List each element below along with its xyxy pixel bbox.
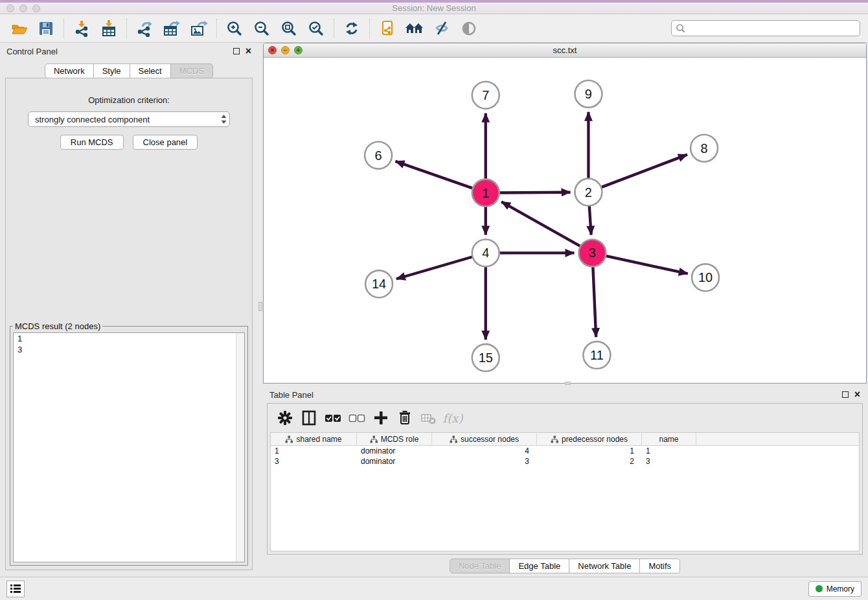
panel-splitter[interactable] — [258, 43, 263, 577]
show-details-button[interactable] — [455, 17, 483, 40]
zoom-out-button[interactable] — [248, 17, 275, 40]
table-row[interactable]: 1dominator411 — [271, 446, 859, 456]
criterion-dropdown[interactable]: strongly connected component — [28, 111, 230, 127]
export-image-button[interactable] — [185, 17, 212, 40]
minimize-window-button[interactable] — [19, 5, 27, 12]
network-maximize-button[interactable]: + — [294, 46, 303, 54]
edge-1-to-2[interactable] — [499, 192, 571, 193]
table-tab-node-table[interactable]: Node Table — [450, 559, 510, 573]
network-minimize-button[interactable]: − — [281, 46, 290, 54]
edge-1-to-6[interactable] — [395, 161, 473, 189]
home-button[interactable] — [401, 17, 428, 40]
cell-predecessor-nodes[interactable]: 2 — [537, 456, 642, 467]
save-session-button[interactable] — [32, 17, 60, 40]
cell-successor-nodes[interactable]: 4 — [432, 446, 537, 456]
apply-layout-button[interactable] — [338, 17, 365, 40]
select-all-columns-button[interactable] — [323, 408, 343, 428]
node-1[interactable]: 1 — [472, 179, 499, 207]
memory-button[interactable]: Memory — [808, 581, 862, 597]
column-header-MCDS-role[interactable]: MCDS role — [357, 433, 432, 445]
close-table-panel-icon[interactable]: × — [854, 391, 860, 398]
float-table-panel-icon[interactable] — [842, 391, 849, 398]
delete-table-button[interactable] — [419, 408, 439, 428]
open-folder-icon — [10, 20, 28, 37]
node-11[interactable]: 11 — [583, 341, 610, 369]
cell-MCDS-role[interactable]: dominator — [357, 456, 432, 467]
function-builder-button[interactable]: f(x) — [443, 408, 463, 428]
network-close-button[interactable]: × — [268, 46, 277, 54]
node-8[interactable]: 8 — [691, 135, 718, 162]
node-10[interactable]: 10 — [692, 264, 719, 291]
node-14[interactable]: 14 — [365, 270, 393, 297]
deselect-all-columns-button[interactable] — [347, 408, 367, 428]
table-panel: Table Panel × — [263, 386, 867, 577]
hierarchy-icon — [450, 435, 457, 443]
column-header-successor-nodes[interactable]: successor nodes — [432, 433, 537, 445]
table-settings-button[interactable] — [275, 408, 295, 428]
edge-3-to-10[interactable] — [606, 256, 688, 274]
export-network-button[interactable] — [131, 17, 158, 40]
edge-3-to-1[interactable] — [501, 202, 580, 246]
table-tab-edge-table[interactable]: Edge Table — [510, 559, 569, 573]
zoom-fit-button[interactable] — [275, 17, 303, 40]
close-panel-button[interactable]: Close panel — [133, 135, 198, 150]
table-panel-content: f(x) shared nameMCDS rolesuccessor nodes… — [267, 403, 863, 555]
open-session-button[interactable] — [5, 17, 32, 40]
task-history-button[interactable] — [6, 581, 25, 597]
hide-details-button[interactable] — [428, 17, 455, 40]
zoom-window-button[interactable] — [32, 5, 40, 12]
delete-column-button[interactable] — [395, 408, 415, 428]
column-header-shared-name[interactable]: shared name — [271, 433, 357, 445]
network-graph[interactable]: 7968124314101511 — [264, 58, 866, 383]
close-window-button[interactable] — [6, 5, 14, 12]
node-6[interactable]: 6 — [365, 142, 392, 169]
import-table-button[interactable] — [95, 17, 122, 40]
result-scrollbar[interactable] — [236, 333, 244, 562]
node-7[interactable]: 7 — [472, 82, 499, 109]
float-panel-icon[interactable] — [233, 48, 240, 54]
node-9[interactable]: 9 — [575, 80, 602, 108]
zoom-in-button[interactable] — [221, 17, 248, 40]
search-input[interactable] — [671, 20, 860, 36]
tab-style[interactable]: Style — [94, 63, 130, 78]
network-resize-grip[interactable] — [565, 382, 571, 385]
cell-name[interactable]: 3 — [642, 456, 696, 467]
export-table-button[interactable] — [158, 17, 185, 40]
show-columns-button[interactable] — [299, 408, 319, 428]
network-file-icon — [379, 20, 396, 37]
memory-status-dot — [816, 585, 823, 592]
cell-shared-name[interactable]: 3 — [271, 456, 357, 467]
edge-3-to-11[interactable] — [593, 266, 596, 337]
node-2[interactable]: 2 — [575, 179, 602, 206]
column-header-predecessor-nodes[interactable]: predecessor nodes — [537, 433, 642, 445]
table-tab-network-table[interactable]: Network Table — [569, 559, 640, 573]
cell-predecessor-nodes[interactable]: 1 — [537, 446, 642, 456]
tab-select[interactable]: Select — [130, 63, 171, 78]
column-header-name[interactable]: name — [642, 433, 696, 445]
cell-name[interactable]: 1 — [642, 446, 696, 456]
create-column-button[interactable] — [371, 408, 391, 428]
cell-successor-nodes[interactable]: 3 — [432, 456, 537, 467]
cell-MCDS-role[interactable]: dominator — [357, 446, 432, 456]
node-4[interactable]: 4 — [472, 239, 499, 266]
new-network-button[interactable] — [374, 17, 401, 40]
cell-shared-name[interactable]: 1 — [271, 446, 357, 456]
toolbar-separator — [63, 19, 64, 38]
node-3[interactable]: 3 — [578, 239, 606, 266]
import-network-button[interactable] — [68, 17, 95, 40]
run-mcds-button[interactable]: Run MCDS — [60, 135, 124, 150]
edge-2-to-3[interactable] — [589, 206, 591, 235]
table-row[interactable]: 3dominator323 — [271, 456, 859, 467]
save-icon — [38, 20, 54, 37]
table-tab-motifs[interactable]: Motifs — [640, 559, 680, 573]
edge-2-to-8[interactable] — [601, 155, 687, 187]
tab-mcds[interactable]: MCDS — [171, 63, 213, 78]
tab-network[interactable]: Network — [45, 63, 94, 78]
node-15[interactable]: 15 — [472, 344, 499, 371]
zoom-selected-button[interactable] — [303, 17, 330, 40]
splitter-grip[interactable] — [258, 302, 262, 311]
edge-4-to-14[interactable] — [396, 257, 473, 279]
close-panel-icon[interactable]: × — [246, 48, 251, 54]
table-body: 1dominator4113dominator323 — [271, 446, 859, 467]
window-title: Session: New Session — [0, 3, 868, 13]
